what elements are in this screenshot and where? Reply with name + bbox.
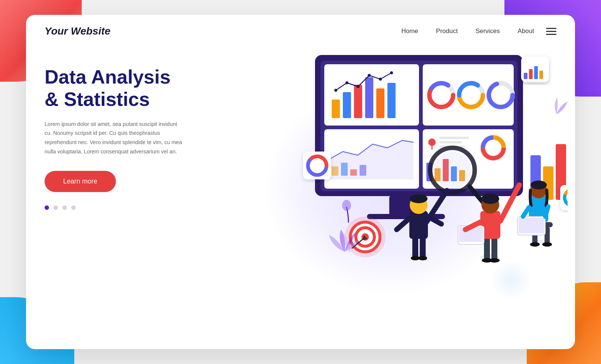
svg-point-78 [489,258,500,263]
svg-rect-102 [524,73,527,79]
nav-product[interactable]: Product [436,27,458,35]
dot-4[interactable] [71,205,76,210]
hamburger-line-2 [546,31,556,32]
main-card: Your Website Home Product Services About… [26,15,575,349]
svg-rect-10 [387,83,396,118]
svg-rect-62 [420,237,426,257]
main-illustration [278,40,568,270]
svg-point-95 [530,181,547,189]
svg-point-14 [368,74,371,77]
svg-point-71 [434,152,471,189]
svg-point-15 [379,78,382,81]
svg-line-98 [523,207,529,217]
svg-point-16 [390,71,393,74]
svg-rect-97 [519,218,544,233]
dot-1[interactable] [45,205,49,210]
svg-rect-9 [376,88,384,118]
svg-point-81 [481,194,499,204]
svg-point-64 [418,256,427,260]
svg-rect-30 [360,165,366,176]
hamburger-line-1 [546,28,556,29]
hero-title: Data Analysis & Statistics [45,66,223,111]
hamburger-menu-icon[interactable] [546,28,556,35]
nav-about[interactable]: About [518,27,534,35]
svg-point-91 [530,242,540,247]
svg-rect-76 [491,237,497,259]
svg-rect-5 [332,100,340,118]
carousel-dots [45,205,223,210]
nav-links: Home Product Services About [401,27,534,35]
svg-rect-7 [354,85,362,118]
dot-2[interactable] [53,205,58,210]
svg-rect-105 [539,71,543,79]
svg-rect-33 [439,137,469,139]
svg-rect-8 [365,77,373,118]
svg-point-32 [428,139,436,146]
svg-rect-6 [343,92,351,118]
navbar: Your Website Home Product Services About [26,15,575,48]
learn-more-button[interactable]: Learn more [45,171,116,192]
svg-point-92 [542,242,552,247]
dot-3[interactable] [62,205,67,210]
svg-point-11 [334,89,337,92]
svg-point-67 [410,194,428,203]
svg-rect-65 [409,211,428,239]
svg-rect-104 [534,66,538,79]
site-logo[interactable]: Your Website [45,25,110,37]
nav-home[interactable]: Home [401,27,418,35]
hero-left: Data Analysis & Statistics Lorem ipsum d… [45,55,223,210]
svg-rect-103 [529,69,533,79]
svg-rect-75 [484,237,490,259]
svg-rect-34 [439,141,462,143]
svg-point-100 [342,200,351,211]
nav-services[interactable]: Services [475,27,500,35]
hero-section: Data Analysis & Statistics Lorem ipsum d… [26,48,575,346]
hamburger-line-3 [546,34,556,35]
svg-line-99 [545,207,548,217]
svg-point-13 [357,85,360,88]
hero-description: Lorem ipsum dolor sit amet, sea putant s… [45,120,186,156]
svg-rect-29 [350,169,357,176]
svg-rect-17 [423,64,514,126]
svg-rect-61 [412,237,418,257]
svg-point-12 [345,81,348,84]
hero-right [223,55,556,331]
svg-rect-27 [332,166,338,176]
svg-line-68 [397,218,409,230]
svg-rect-28 [341,163,348,176]
